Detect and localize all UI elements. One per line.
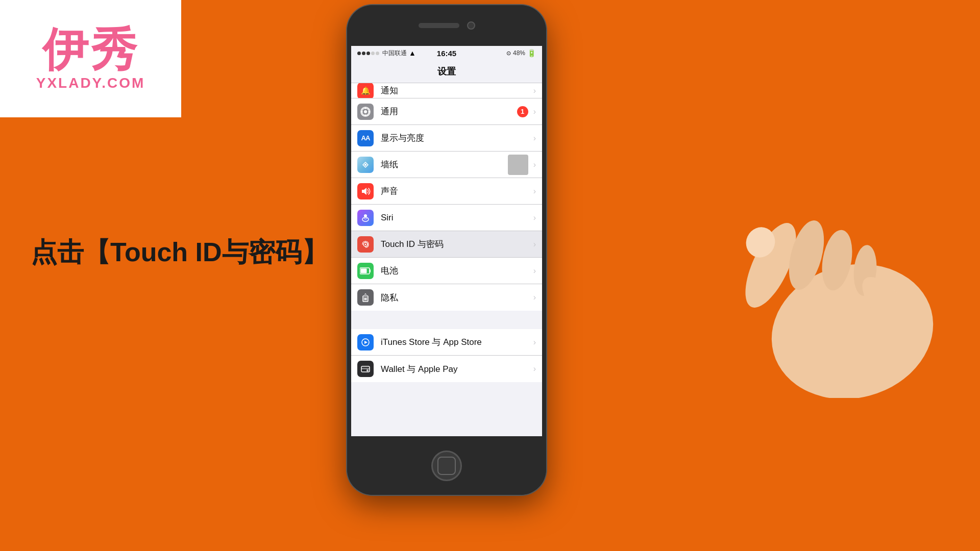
general-badge: 1 bbox=[517, 106, 528, 117]
status-left: 中国联通 ▲ bbox=[357, 49, 416, 58]
status-bar: 中国联通 ▲ 16:45 ⊙ 48% 🔋 bbox=[351, 45, 542, 61]
wallpaper-item[interactable]: 墙纸 › bbox=[351, 152, 542, 178]
phone-outer: 中国联通 ▲ 16:45 ⊙ 48% 🔋 设置 🔔 通知 › bbox=[347, 5, 546, 495]
wallpaper-thumbnail bbox=[508, 155, 528, 175]
itunes-label: iTunes Store 与 App Store bbox=[381, 336, 531, 348]
notifications-icon: 🔔 bbox=[357, 83, 374, 98]
display-chevron: › bbox=[533, 134, 536, 143]
display-item[interactable]: AA 显示与亮度 › bbox=[351, 125, 542, 152]
logo-english-text: YXLADY.COM bbox=[36, 75, 145, 91]
phone-bottom bbox=[347, 436, 546, 495]
phone-screen: 中国联通 ▲ 16:45 ⊙ 48% 🔋 设置 🔔 通知 › bbox=[351, 45, 542, 436]
wallpaper-icon bbox=[357, 157, 374, 173]
phone-wrapper: 中国联通 ▲ 16:45 ⊙ 48% 🔋 设置 🔔 通知 › bbox=[347, 5, 551, 515]
privacy-chevron: › bbox=[533, 293, 536, 302]
siri-icon bbox=[357, 210, 374, 226]
itunes-icon bbox=[357, 334, 374, 350]
page-title: 设置 bbox=[351, 61, 542, 83]
itunes-item[interactable]: iTunes Store 与 App Store › bbox=[351, 329, 542, 356]
svg-point-0 bbox=[364, 110, 367, 113]
sounds-chevron: › bbox=[533, 187, 536, 196]
section-divider bbox=[351, 311, 542, 329]
siri-item[interactable]: Siri › bbox=[351, 205, 542, 231]
notifications-label: 通知 bbox=[381, 85, 531, 96]
svg-rect-7 bbox=[361, 268, 367, 273]
home-button[interactable] bbox=[431, 450, 462, 481]
general-item[interactable]: 通用 1 › bbox=[351, 98, 542, 125]
signal-dot-3 bbox=[366, 52, 370, 55]
general-chevron: › bbox=[533, 107, 536, 116]
wallet-chevron: › bbox=[533, 364, 536, 373]
instruction-text: 点击【Touch ID与密码】 bbox=[31, 235, 328, 270]
battery-chevron: › bbox=[533, 266, 536, 276]
general-icon bbox=[357, 104, 374, 120]
sounds-label: 声音 bbox=[381, 185, 531, 197]
signal-dot-2 bbox=[362, 52, 365, 55]
wifi-icon: ▲ bbox=[409, 49, 416, 57]
wallet-item[interactable]: Wallet 与 Apple Pay › bbox=[351, 356, 542, 382]
wallpaper-chevron: › bbox=[533, 160, 536, 169]
signal-dot-4 bbox=[371, 52, 375, 55]
status-right: ⊙ 48% 🔋 bbox=[506, 49, 536, 57]
carrier-label: 中国联通 bbox=[382, 49, 407, 58]
touchid-chevron: › bbox=[533, 240, 536, 249]
privacy-item[interactable]: 隐私 › bbox=[351, 284, 542, 311]
privacy-label: 隐私 bbox=[381, 292, 531, 304]
wallpaper-label: 墙纸 bbox=[381, 159, 508, 170]
wallet-icon bbox=[357, 361, 374, 377]
location-icon: ⊙ bbox=[506, 50, 511, 57]
general-label: 通用 bbox=[381, 106, 517, 117]
battery-icon: 🔋 bbox=[527, 49, 536, 57]
front-camera bbox=[467, 21, 475, 30]
earpiece bbox=[419, 23, 459, 28]
svg-rect-14 bbox=[361, 368, 370, 369]
logo-container: 伊秀 YXLADY.COM bbox=[0, 0, 181, 117]
privacy-icon bbox=[357, 289, 374, 306]
siri-chevron: › bbox=[533, 213, 536, 222]
svg-point-2 bbox=[364, 214, 367, 217]
home-button-inner bbox=[437, 457, 456, 475]
sounds-item[interactable]: 声音 › bbox=[351, 178, 542, 205]
battery-label: 电池 bbox=[381, 265, 531, 277]
battery-item[interactable]: 电池 › bbox=[351, 258, 542, 284]
svg-point-1 bbox=[364, 164, 366, 166]
itunes-chevron: › bbox=[533, 338, 536, 347]
settings-section-2: iTunes Store 与 App Store › Wallet 与 Appl… bbox=[351, 329, 542, 382]
siri-label: Siri bbox=[381, 213, 531, 223]
touchid-item[interactable]: Touch ID 与密码 › bbox=[351, 231, 542, 258]
status-time: 16:45 bbox=[437, 49, 456, 58]
display-label: 显示与亮度 bbox=[381, 132, 531, 144]
display-icon: AA bbox=[357, 130, 374, 146]
partial-notifications-item: 🔔 通知 › bbox=[351, 83, 542, 98]
svg-point-5 bbox=[365, 243, 366, 245]
phone-top-bar bbox=[347, 5, 546, 46]
svg-point-15 bbox=[366, 369, 369, 371]
signal-dot-1 bbox=[357, 52, 361, 55]
notifications-chevron: › bbox=[533, 86, 536, 95]
signal-dot-5 bbox=[376, 52, 379, 55]
battery-item-icon bbox=[357, 263, 374, 279]
logo-chinese-text: 伊秀 bbox=[42, 27, 139, 72]
touchid-label: Touch ID 与密码 bbox=[381, 238, 531, 250]
settings-section-1: 通用 1 › AA 显示与亮度 › bbox=[351, 98, 542, 311]
touchid-icon bbox=[357, 236, 374, 253]
battery-percent: 48% bbox=[513, 49, 525, 57]
sounds-icon bbox=[357, 183, 374, 199]
wallet-label: Wallet 与 Apple Pay bbox=[381, 363, 531, 375]
